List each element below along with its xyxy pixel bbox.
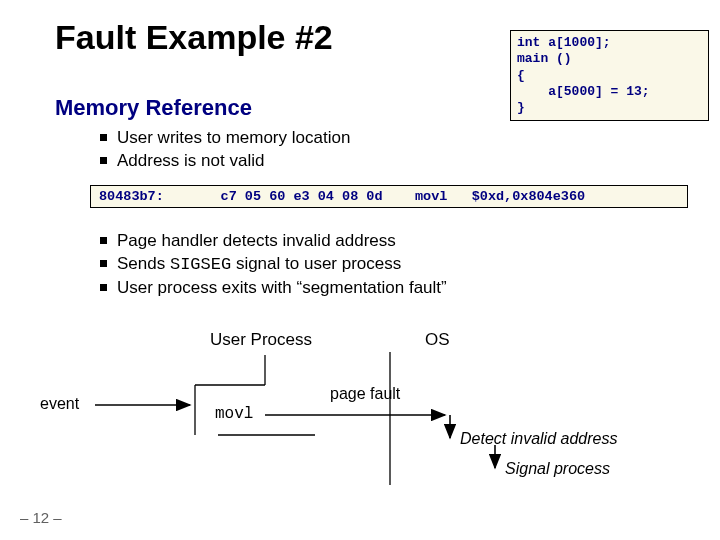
code-line: { bbox=[517, 68, 525, 83]
code-box: int a[1000]; main () { a[5000] = 13; } bbox=[510, 30, 709, 121]
code-line: main () bbox=[517, 51, 572, 66]
diagram-arrows bbox=[90, 330, 690, 500]
bullet-text-part: signal to user process bbox=[231, 254, 401, 273]
bullet-list-top: User writes to memory location Address i… bbox=[100, 127, 350, 173]
code-line: a[5000] = 13; bbox=[517, 84, 650, 99]
list-item: Page handler detects invalid address bbox=[100, 230, 447, 253]
dump-bytes: c7 05 60 e3 04 08 0d bbox=[221, 189, 383, 204]
dump-operands: $0xd,0x804e360 bbox=[472, 189, 585, 204]
bullet-text: Address is not valid bbox=[117, 150, 264, 173]
bullet-square-icon bbox=[100, 157, 107, 164]
process-diagram: User Process OS event movl page fault De… bbox=[90, 330, 690, 490]
code-line: } bbox=[517, 100, 525, 115]
section-heading: Memory Reference bbox=[55, 95, 252, 121]
bullet-text-part: Sends bbox=[117, 254, 170, 273]
bullet-square-icon bbox=[100, 260, 107, 267]
bullet-text: Sends SIGSEG signal to user process bbox=[117, 253, 401, 277]
code-line: int a[1000]; bbox=[517, 35, 611, 50]
bullet-square-icon bbox=[100, 284, 107, 291]
signal-name: SIGSEG bbox=[170, 255, 231, 274]
dump-mnemonic: movl bbox=[415, 189, 447, 204]
list-item: User process exits with “segmentation fa… bbox=[100, 277, 447, 300]
bullet-text: User writes to memory location bbox=[117, 127, 350, 150]
list-item: Sends SIGSEG signal to user process bbox=[100, 253, 447, 277]
bullet-list-bottom: Page handler detects invalid address Sen… bbox=[100, 230, 447, 300]
bullet-square-icon bbox=[100, 237, 107, 244]
bullet-text: Page handler detects invalid address bbox=[117, 230, 396, 253]
list-item: User writes to memory location bbox=[100, 127, 350, 150]
list-item: Address is not valid bbox=[100, 150, 350, 173]
dump-addr: 80483b7: bbox=[99, 189, 164, 204]
bullet-text: User process exits with “segmentation fa… bbox=[117, 277, 447, 300]
slide-title: Fault Example #2 bbox=[55, 18, 333, 57]
slide-number: – 12 – bbox=[20, 509, 62, 526]
bullet-square-icon bbox=[100, 134, 107, 141]
disassembly-box: 80483b7: c7 05 60 e3 04 08 0d movl $0xd,… bbox=[90, 185, 688, 208]
diagram-label-event: event bbox=[40, 395, 79, 413]
